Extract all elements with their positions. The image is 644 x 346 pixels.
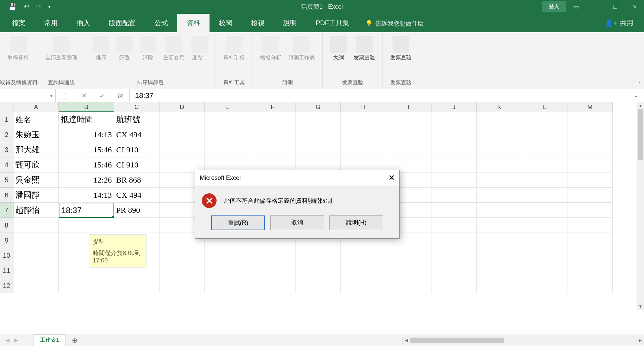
cell[interactable] xyxy=(522,172,567,188)
cell[interactable] xyxy=(431,157,477,172)
cell[interactable] xyxy=(205,112,250,127)
cell[interactable] xyxy=(477,112,522,127)
cell[interactable] xyxy=(250,127,295,142)
column-header[interactable]: K xyxy=(477,102,522,112)
cell[interactable] xyxy=(205,263,250,278)
cell[interactable]: 朱婉玉 xyxy=(13,127,59,142)
ribbon-item[interactable]: 進階... xyxy=(188,35,212,63)
cell[interactable] xyxy=(341,112,386,127)
name-box-dropdown-icon[interactable]: ▼ xyxy=(49,93,53,98)
cell[interactable] xyxy=(522,263,567,278)
cell[interactable]: PR 890 xyxy=(114,203,159,218)
cell[interactable] xyxy=(567,172,613,188)
cell[interactable] xyxy=(431,112,477,127)
column-header[interactable]: E xyxy=(205,102,250,112)
cell[interactable] xyxy=(295,278,341,293)
cell[interactable] xyxy=(386,127,431,142)
row-header[interactable]: 9 xyxy=(0,233,13,248)
cell[interactable]: 18:37 xyxy=(59,203,114,218)
confirm-entry-icon[interactable]: ✓ xyxy=(99,92,105,100)
cell[interactable] xyxy=(477,233,522,248)
ribbon-item[interactable]: 取得資料 xyxy=(4,35,32,63)
cell[interactable] xyxy=(386,278,431,293)
cell[interactable] xyxy=(431,142,477,157)
cell[interactable] xyxy=(159,248,205,263)
cell[interactable]: CI 910 xyxy=(114,157,159,172)
ribbon-item[interactable]: 篩選 xyxy=(113,35,136,63)
cell[interactable] xyxy=(567,112,613,127)
fx-dots-icon[interactable]: ⋮ xyxy=(62,92,69,100)
cell[interactable] xyxy=(205,142,250,157)
cell[interactable]: 14:13 xyxy=(59,127,114,142)
new-sheet-button[interactable]: ⊕ xyxy=(70,336,80,345)
cell[interactable] xyxy=(431,203,477,218)
menu-tab-檔案[interactable]: 檔案 xyxy=(3,14,35,32)
scroll-thumb[interactable] xyxy=(638,109,643,160)
column-header[interactable]: D xyxy=(159,102,205,112)
sheet-prev-icon[interactable]: ◀ xyxy=(5,337,9,343)
cell[interactable]: 12:26 xyxy=(59,172,114,188)
cell[interactable] xyxy=(477,203,522,218)
cell[interactable] xyxy=(250,263,295,278)
share-button[interactable]: 👤+ 共用 xyxy=(597,14,641,32)
cell[interactable] xyxy=(295,112,341,127)
row-header[interactable]: 1 xyxy=(0,112,13,127)
menu-tab-PDF工具集[interactable]: PDF工具集 xyxy=(306,14,359,32)
cell[interactable]: 航班號 xyxy=(114,112,159,127)
cell[interactable] xyxy=(431,248,477,263)
cell[interactable] xyxy=(522,188,567,203)
cell[interactable] xyxy=(159,127,205,142)
column-header[interactable]: C xyxy=(114,102,159,112)
cell[interactable]: 趙靜怡 xyxy=(13,203,59,218)
cell[interactable] xyxy=(431,233,477,248)
ribbon-item[interactable]: 重新套用 xyxy=(160,35,188,63)
cell[interactable] xyxy=(567,142,613,157)
login-button[interactable]: 登入 xyxy=(542,1,566,12)
cell[interactable] xyxy=(477,218,522,233)
cell[interactable]: 14:13 xyxy=(59,188,114,203)
cell[interactable] xyxy=(431,263,477,278)
menu-tab-檢視[interactable]: 檢視 xyxy=(242,14,274,32)
ribbon-item[interactable]: 資料剖析 xyxy=(220,35,248,63)
cell[interactable] xyxy=(522,218,567,233)
row-header[interactable]: 10 xyxy=(0,248,13,263)
row-header[interactable]: 12 xyxy=(0,278,13,293)
scroll-right-icon[interactable]: ▶ xyxy=(636,337,644,344)
help-button[interactable]: 說明(H) xyxy=(329,215,383,230)
close-icon[interactable]: ✕ xyxy=(625,0,644,13)
cell[interactable] xyxy=(522,142,567,157)
save-icon[interactable]: 💾 xyxy=(8,3,17,11)
cell[interactable]: CX 494 xyxy=(114,188,159,203)
cell[interactable] xyxy=(431,127,477,142)
select-all-corner[interactable] xyxy=(0,102,13,112)
menu-tab-版面配置[interactable]: 版面配置 xyxy=(99,14,145,32)
menu-tab-公式[interactable]: 公式 xyxy=(145,14,177,32)
cell[interactable] xyxy=(341,263,386,278)
cell[interactable] xyxy=(567,188,613,203)
row-header[interactable]: 11 xyxy=(0,263,13,278)
cell[interactable] xyxy=(295,248,341,263)
menu-tab-插入[interactable]: 插入 xyxy=(67,14,99,32)
cell[interactable] xyxy=(522,248,567,263)
maximize-icon[interactable]: ☐ xyxy=(606,0,625,13)
column-header[interactable]: L xyxy=(522,102,567,112)
row-header[interactable]: 4 xyxy=(0,157,13,172)
cell[interactable] xyxy=(341,127,386,142)
cell[interactable] xyxy=(431,172,477,188)
column-header[interactable]: B xyxy=(59,102,114,112)
cell[interactable] xyxy=(13,248,59,263)
sheet-nav[interactable]: ◀ ▶ xyxy=(0,337,34,343)
cell[interactable]: 15:46 xyxy=(59,142,114,157)
cell[interactable] xyxy=(522,203,567,218)
cell[interactable]: 抵達時間 xyxy=(59,112,114,127)
ribbon-collapse-icon[interactable]: ˆ xyxy=(639,82,641,87)
column-header[interactable]: M xyxy=(567,102,613,112)
cell[interactable] xyxy=(431,188,477,203)
cell[interactable] xyxy=(477,278,522,293)
cell[interactable] xyxy=(567,157,613,172)
cell[interactable] xyxy=(567,203,613,218)
ribbon-item[interactable]: 发票查验 xyxy=(387,35,415,63)
cell[interactable] xyxy=(477,263,522,278)
sheet-next-icon[interactable]: ▶ xyxy=(14,337,18,343)
column-header[interactable]: J xyxy=(431,102,477,112)
